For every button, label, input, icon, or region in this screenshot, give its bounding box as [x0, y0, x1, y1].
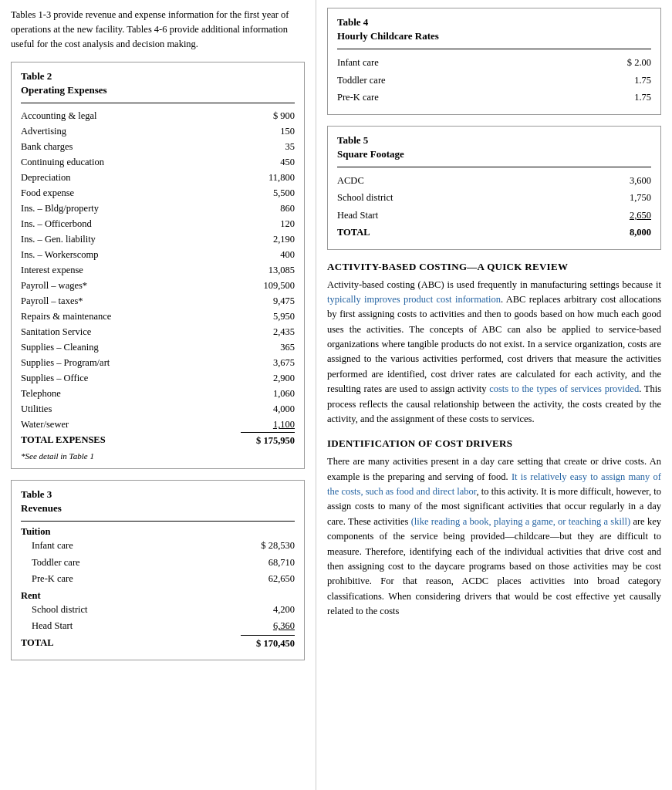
- table3-total-value: $ 170,450: [241, 635, 295, 652]
- table5-total-row: TOTAL 8,000: [337, 224, 651, 241]
- table4-box: Table 4 Hourly Childcare Rates Infant ca…: [327, 8, 661, 115]
- table3-tuition-row: Toddler care68,710: [21, 555, 295, 571]
- table2-row: Supplies – Office2,900: [21, 370, 295, 386]
- table4-row: Infant care$ 2.00: [337, 54, 651, 72]
- table3-rent-label: Rent: [21, 590, 295, 602]
- table3-tuition-label: Tuition: [21, 526, 295, 538]
- cost-drivers-heading: IDENTIFICATION OF COST DRIVERS: [327, 437, 661, 450]
- table2-row: Supplies – Program/art3,675: [21, 355, 295, 370]
- table2-row: Sanitation Service2,435: [21, 324, 295, 339]
- abc-paragraph: Activity-based costing (ABC) is used fre…: [327, 278, 661, 427]
- table5-row: Head Start2,650: [337, 207, 651, 225]
- table2-row: Ins. – Gen. liability2,190: [21, 231, 295, 247]
- table2-row: Ins. – Officerbond120: [21, 216, 295, 231]
- table4-subtitle: Hourly Childcare Rates: [337, 30, 651, 42]
- abc-heading: ACTIVITY-BASED COSTING—A QUICK REVIEW: [327, 261, 661, 273]
- table3-rent-row: School district4,200: [21, 602, 295, 618]
- table5-divider: [337, 167, 651, 167]
- table5-row: ACDC3,600: [337, 172, 651, 190]
- table2-row: Bank charges35: [21, 139, 295, 154]
- table2-row: Payroll – wages*109,500: [21, 278, 295, 293]
- table2-row: Utilities4,000: [21, 401, 295, 417]
- table2-footnote: *See detail in Table 1: [21, 451, 295, 461]
- table3-tuition-row: Infant care$ 28,530: [21, 538, 295, 554]
- table2-total-label: TOTAL EXPENSES: [21, 432, 241, 448]
- table3-box: Table 3 Revenues Tuition Infant care$ 28…: [11, 480, 305, 660]
- table3-divider: [21, 521, 295, 522]
- table5-title: Table 5: [337, 134, 651, 147]
- table5-row: School district1,750: [337, 189, 651, 207]
- table2-row: Interest expense13,085: [21, 262, 295, 278]
- table3-rent-rows: School district4,200Head Start6,360: [21, 602, 295, 635]
- table4-title: Table 4: [337, 16, 651, 29]
- table5-rows: ACDC3,600School district1,750Head Start2…: [337, 172, 651, 225]
- table3-total-label: TOTAL: [21, 635, 241, 652]
- table2-row: Payroll – taxes*9,475: [21, 293, 295, 309]
- table4-divider: [337, 49, 651, 49]
- table2-row: Advertising150: [21, 123, 295, 139]
- table2-row: Water/sewer1,100: [21, 417, 295, 432]
- table2-box: Table 2 Operating Expenses Accounting & …: [11, 62, 305, 469]
- table2-row: Telephone1,060: [21, 386, 295, 401]
- table3-tuition-rows: Infant care$ 28,530Toddler care68,710Pre…: [21, 538, 295, 587]
- table3-total-row: TOTAL $ 170,450: [21, 635, 295, 652]
- table2-total-row: TOTAL EXPENSES $ 175,950: [21, 432, 295, 448]
- table2-row: Repairs & maintenance5,950: [21, 309, 295, 324]
- intro-text: Tables 1-3 provide revenue and expense i…: [11, 8, 305, 51]
- table4-row: Pre-K care1.75: [337, 89, 651, 106]
- table2-title: Table 2: [21, 70, 295, 83]
- table4-rows: Infant care$ 2.00Toddler care1.75Pre-K c…: [337, 54, 651, 106]
- table2-row: Ins. – Bldg/property860: [21, 201, 295, 216]
- table2-row: Ins. – Workerscomp400: [21, 247, 295, 262]
- table2-total-value: $ 175,950: [241, 432, 295, 448]
- table2-rows: Accounting & legal$ 900Advertising150Ban…: [21, 108, 295, 432]
- table3-rent-row: Head Start6,360: [21, 618, 295, 634]
- table5-box: Table 5 Square Footage ACDC3,600School d…: [327, 126, 661, 250]
- cost-drivers-paragraph: There are many activities present in a d…: [327, 454, 661, 619]
- table2-subtitle: Operating Expenses: [21, 84, 295, 96]
- table2-row: Food expense5,500: [21, 185, 295, 201]
- table3-tuition-row: Pre-K care62,650: [21, 571, 295, 587]
- table2-row: Supplies – Cleaning365: [21, 339, 295, 355]
- table2-row: Continuing education450: [21, 154, 295, 170]
- table3-title: Table 3: [21, 488, 295, 501]
- table5-total-value: 8,000: [605, 224, 651, 241]
- table2-row: Accounting & legal$ 900: [21, 108, 295, 123]
- table3-subtitle: Revenues: [21, 502, 295, 515]
- table5-subtitle: Square Footage: [337, 148, 651, 160]
- table2-divider: [21, 103, 295, 103]
- table5-total-label: TOTAL: [337, 224, 605, 241]
- table2-row: Depreciation11,800: [21, 170, 295, 185]
- table4-row: Toddler care1.75: [337, 72, 651, 89]
